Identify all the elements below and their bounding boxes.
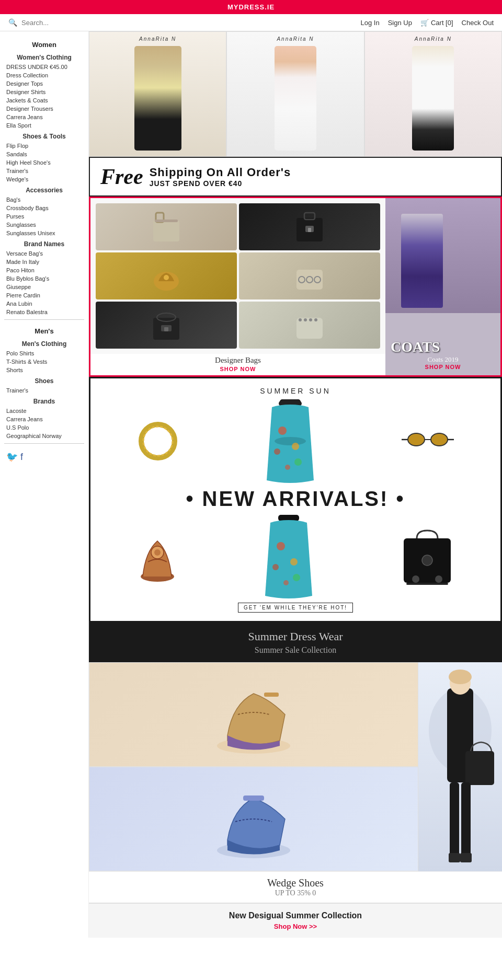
facebook-icon[interactable]: 🐦 f [0, 447, 88, 467]
sidebar-item-designer-tops[interactable]: Designer Tops [0, 79, 88, 88]
wedge-section [89, 662, 502, 871]
sidebar-item-geographical-norway[interactable]: Geographical Norway [0, 432, 88, 440]
sidebar: Women Women's Clothing DRESS UNDER €45.0… [0, 31, 89, 938]
sidebar-item-mens-trainers[interactable]: Trainer's [0, 386, 88, 395]
signup-link[interactable]: Sign Up [388, 19, 412, 27]
summer-sun-label: SUMMER SUN [96, 387, 495, 395]
sidebar-divider-1 [4, 319, 84, 320]
svg-rect-48 [406, 583, 448, 585]
arrivals-dress [261, 399, 319, 483]
sidebar-item-carrera-mens[interactable]: Carrera Jeans [0, 415, 88, 423]
sidebar-item-ella-sport[interactable]: Ella Sport [0, 121, 88, 130]
sidebar-item-designer-shirts[interactable]: Designer Shirts [0, 88, 88, 96]
sidebar-item-lacoste[interactable]: Lacoste [0, 407, 88, 415]
bag-item-6[interactable] [239, 302, 380, 349]
main-layout: Women Women's Clothing DRESS UNDER €45.0… [0, 31, 502, 938]
wedge-left [89, 662, 418, 871]
svg-rect-0 [153, 221, 179, 241]
wedge-tan-cell[interactable] [89, 662, 418, 767]
footer-cta: New Desigual Summer Collection Shop Now … [89, 903, 502, 938]
arrivals-sunglasses [402, 428, 454, 454]
sidebar-item-us-polo[interactable]: U.S Polo [0, 423, 88, 432]
promo-bags-shop-now[interactable]: SHOP NOW [90, 366, 385, 375]
sidebar-item-shorts[interactable]: Shorts [0, 366, 88, 374]
sidebar-item-carrera-jeans[interactable]: Carrera Jeans [0, 113, 88, 121]
shipping-text-block: Shipping On All Order's JUST SPEND OVER … [150, 166, 490, 188]
sidebar-item-wedges[interactable]: Wedge's [0, 175, 88, 183]
wedge-caption-sub: UP TO 35% 0 [94, 889, 497, 897]
svg-point-35 [431, 433, 448, 446]
model-bag-cell [418, 662, 502, 871]
cart-label: Cart [0] [431, 19, 453, 27]
svg-rect-59 [465, 751, 494, 785]
sidebar-item-polo-shirts[interactable]: Polo Shirts [0, 349, 88, 358]
hero-brand-2: AnnaRita N [277, 36, 314, 42]
bag-item-5[interactable] [96, 302, 237, 349]
promo-coats-shop-now[interactable]: SHOP NOW [425, 364, 461, 373]
promo-coats-col: ANA 2.0 COATS Coats 2019 SHOP NOW [385, 198, 500, 375]
wedge-caption-banner: Wedge Shoes UP TO 35% 0 [89, 871, 502, 903]
svg-rect-63 [460, 853, 472, 862]
svg-point-43 [272, 564, 279, 570]
svg-point-18 [299, 318, 302, 321]
bag-item-1[interactable] [96, 203, 237, 250]
sidebar-item-blu-byblos[interactable]: Blu Byblos Bag's [0, 274, 88, 283]
sidebar-item-designer-trousers[interactable]: Designer Trousers [0, 105, 88, 113]
sidebar-mens-shoes-title: Shoes [0, 374, 88, 386]
sidebar-womens-clothing-title: Women's Clothing [0, 51, 88, 63]
wedge-caption-title: Wedge Shoes [94, 877, 497, 889]
sidebar-item-ana-lubin[interactable]: Ana Lubin [0, 299, 88, 308]
sidebar-mens-title: Men's [0, 323, 88, 337]
hero-banner: AnnaRita N AnnaRita N AnnaRita N [89, 31, 502, 157]
sidebar-accessories-title: Accessories [0, 183, 88, 195]
hero-model-2 [275, 46, 316, 151]
bag-item-2[interactable] [239, 203, 380, 250]
hero-model-3 [412, 46, 454, 151]
sidebar-item-sunglasses-unisex[interactable]: Sunglasses Unisex [0, 229, 88, 237]
footer-cta-link[interactable]: Shop Now >> [94, 923, 497, 930]
checkout-link[interactable]: Check Out [462, 19, 494, 27]
svg-point-49 [412, 575, 419, 583]
search-icon: 🔍 [8, 18, 17, 27]
sidebar-item-crossbody[interactable]: Crossbody Bags [0, 204, 88, 212]
svg-point-30 [294, 458, 302, 466]
shipping-banner: Free Shipping On All Order's JUST SPEND … [89, 157, 502, 197]
sidebar-item-sandals[interactable]: Sandals [0, 150, 88, 158]
top-bar: MYDRESS.IE [0, 0, 502, 14]
login-link[interactable]: Log In [361, 19, 380, 27]
summer-dress-banner: Summer Dress Wear Summer Sale Collection [89, 622, 502, 662]
arrivals-sandals [138, 531, 177, 583]
sidebar-item-paco-hiton[interactable]: Paco Hiton [0, 266, 88, 274]
sidebar-item-versace[interactable]: Versace Bag's [0, 249, 88, 258]
sidebar-item-tshirts-vests[interactable]: T-Shirts & Vests [0, 358, 88, 366]
sidebar-item-dress-collection[interactable]: Dress Collection [0, 71, 88, 79]
bag-item-3[interactable] [96, 252, 237, 299]
promo-grid: Designer Bags SHOP NOW ANA 2.0 COATS Coa… [89, 197, 502, 377]
cart-area[interactable]: 🛒 Cart [0] [420, 19, 453, 27]
sidebar-item-purses[interactable]: Purses [0, 212, 88, 221]
svg-rect-16 [164, 327, 168, 331]
bag-item-4[interactable] [239, 252, 380, 299]
svg-point-8 [164, 275, 169, 280]
new-arrivals-section: SUMMER SUN [89, 377, 502, 622]
arrivals-bottom-row [96, 515, 495, 598]
sidebar-mens-clothing-title: Men's Clothing [0, 337, 88, 349]
sidebar-item-dress-under[interactable]: DRESS UNDER €45.00 [0, 63, 88, 71]
sidebar-item-made-in-italy[interactable]: Made In Italy [0, 258, 88, 266]
sidebar-item-bags[interactable]: Bag's [0, 195, 88, 204]
sidebar-item-sunglasses[interactable]: Sunglasses [0, 221, 88, 229]
shipping-free-text: Free [100, 164, 143, 189]
wedge-blue-cell[interactable] [89, 767, 418, 871]
search-input[interactable] [21, 19, 63, 27]
sidebar-item-high-heel[interactable]: High Heel Shoe's [0, 158, 88, 167]
sidebar-item-giuseppe[interactable]: Giuseppe [0, 283, 88, 291]
svg-point-21 [314, 318, 317, 321]
sidebar-item-trainers-w[interactable]: Trainer's [0, 167, 88, 175]
footer-cta-title: New Desigual Summer Collection [94, 911, 497, 920]
sidebar-item-pierre-cardin[interactable]: Pierre Cardin [0, 291, 88, 299]
promo-bags-caption: Designer Bags [90, 354, 385, 366]
summer-dress-sub: Summer Sale Collection [94, 645, 497, 655]
sidebar-item-jackets-coats[interactable]: Jackets & Coats [0, 96, 88, 105]
sidebar-item-renato-balestra[interactable]: Renato Balestra [0, 308, 88, 316]
sidebar-item-flip-flop[interactable]: Flip Flop [0, 142, 88, 150]
